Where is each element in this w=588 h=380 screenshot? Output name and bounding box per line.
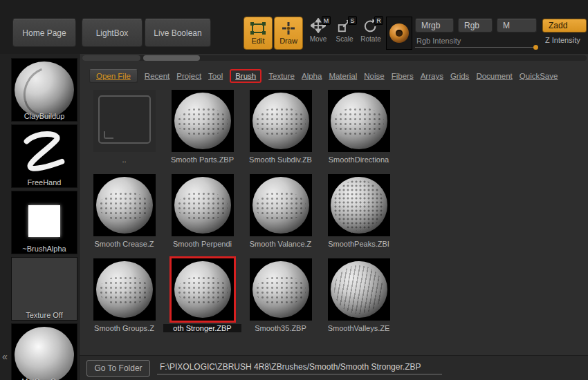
tab-fibers[interactable]: Fibers [392,72,414,80]
sidebar-collapse-icon[interactable]: « [0,343,10,370]
lightbox-button[interactable]: LightBox [82,19,143,47]
lightbox-footer: Go To Folder F:\PIXOLOGIC\ZBRUSH 4R8\ZBr… [80,355,588,380]
z-intensity-label: Z Intensity [545,36,580,44]
folder-icon [98,95,151,144]
grid-item-smooth-parts[interactable]: Smooth Parts.ZBP [163,90,241,174]
sidebar-item-label: ClayBuildup [12,112,77,120]
material-sphere-icon [389,23,409,43]
slider-handle-icon[interactable] [533,45,538,50]
grid-item-label: .. [85,155,163,164]
edit-label: Edit [252,37,265,45]
grid-item-smooth-crease[interactable]: Smooth Crease.Z [85,174,163,258]
draw-label: Draw [279,37,297,45]
brush-sphere-thumbnail [252,93,309,149]
go-to-folder-button[interactable]: Go To Folder [86,360,150,377]
grid-item-parent-folder[interactable]: .. [85,90,163,174]
grid-item-label: Smooth Subdiv.ZB [241,155,320,164]
scale-mode-button[interactable]: S Scale [332,18,357,50]
rgb-intensity-slider[interactable]: Rgb Intensity [414,34,538,49]
alpha-square-thumbnail [28,205,60,237]
m-button[interactable]: M [497,19,537,32]
grid-item-smooth-valance[interactable]: Smooth Valance.Z [241,174,320,258]
tab-material[interactable]: Material [329,72,357,80]
brush-sphere-thumbnail [96,261,153,318]
grid-item-smooth-peaks[interactable]: SmoothPeaks.ZBI [320,174,398,258]
grid-item-smooth-perpendicular[interactable]: Smooth Perpendi [163,174,241,258]
grid-item-smooth-valleys[interactable]: SmoothValleys.ZE [320,258,398,343]
scale-label: Scale [332,35,357,43]
current-material-thumbnail[interactable] [386,17,412,50]
lightbox-panel: Open File Recent Project Tool Brush Text… [79,54,588,380]
tab-recent[interactable]: Recent [145,72,169,80]
grid-item-smooth-groups[interactable]: Smooth Groups.Z [85,258,163,343]
scrollbar-thumb[interactable] [143,55,200,61]
sidebar-alpha-brushalpha[interactable]: ~BrushAlpha [11,191,77,254]
grid-item-label: oth Stronger.ZBP [163,324,241,332]
grid-item-label: Smooth Groups.Z [85,324,163,332]
tab-project[interactable]: Project [176,72,201,80]
tab-noise[interactable]: Noise [364,72,384,80]
sidebar-item-label: ~BrushAlpha [12,245,77,253]
brush-sphere-thumbnail [174,177,231,234]
grid-item-label: Smooth Valance.Z [241,240,320,248]
brush-sphere-thumbnail [174,261,231,318]
grid-item-label: Smooth Parts.ZBP [163,155,241,164]
grid-item-smooth35[interactable]: Smooth35.ZBP [241,258,320,343]
lightbox-tabs: Open File Recent Project Tool Brush Text… [89,68,588,84]
grid-item-smooth-stronger-selected[interactable]: oth Stronger.ZBP [163,258,241,343]
tab-quicksave[interactable]: QuickSave [520,72,558,80]
brush-sphere-thumbnail [331,177,387,234]
mrgb-button[interactable]: Mrgb [415,19,454,32]
sidebar-texture-off[interactable]: Texture Off [11,257,77,321]
rotate-key-badge: R [374,16,383,25]
grid-item-label: Smooth Crease.Z [85,240,163,248]
sidebar-item-label: FreeHand [12,178,77,187]
move-key-badge: M [322,16,331,25]
grid-item-label: Smooth Perpendi [163,240,241,248]
brush-sphere-thumbnail [252,177,309,234]
draw-cursor-icon [280,22,297,35]
tab-alpha[interactable]: Alpha [302,72,322,80]
tab-document[interactable]: Document [476,72,512,80]
rotate-label: Rotate [358,35,383,43]
move-mode-button[interactable]: M Move [306,18,331,50]
folder-path-text: F:\PIXOLOGIC\ZBRUSH 4R8\ZBrushes/Smooth/… [160,362,421,372]
zadd-button[interactable]: Zadd [542,19,587,32]
draw-mode-button[interactable]: Draw [274,17,303,50]
claybuildup-sphere-thumbnail [15,61,74,118]
slider-track [415,47,535,48]
tab-arrays[interactable]: Arrays [421,72,443,80]
brush-grid: .. Smooth Parts.ZBP Smooth Subdiv.ZB Smo… [85,90,403,343]
sidebar-item-label: Texture Off [12,311,77,319]
horizontal-scrollbar[interactable] [82,55,587,61]
grid-item-label: SmoothValleys.ZE [320,324,398,332]
rgb-intensity-label: Rgb Intensity [414,37,461,45]
sidebar-brush-claybuildup[interactable]: ClayBuildup [11,58,77,122]
edit-mode-button[interactable]: Edit [244,17,273,50]
home-page-button[interactable]: Home Page [12,19,76,47]
matcap-sphere-thumbnail [15,327,74,380]
sidebar-material-matcap-gray[interactable]: MatCap Gray [11,323,77,380]
tab-open-file[interactable]: Open File [89,69,138,83]
tab-brush[interactable]: Brush [230,69,261,83]
top-toolbar: Home Page LightBox Live Boolean Edit Dra… [0,0,588,54]
tab-tool[interactable]: Tool [208,72,223,80]
tab-grids[interactable]: Grids [450,72,469,80]
tab-texture[interactable]: Texture [268,72,295,80]
z-intensity-slider[interactable]: Z Intensity [545,36,580,44]
grid-item-smooth-directional[interactable]: SmoothDirectiona [320,90,398,174]
move-label: Move [306,35,331,43]
brush-sphere-thumbnail [331,261,387,318]
rgb-button[interactable]: Rgb [458,19,493,32]
sidebar-stroke-freehand[interactable]: FreeHand [11,124,77,188]
live-boolean-button[interactable]: Live Boolean [145,19,211,47]
scrollbar-segment[interactable] [82,55,140,61]
scale-key-badge: S [348,16,357,25]
rotate-mode-button[interactable]: R Rotate [358,18,383,50]
edit-gizmo-icon [250,22,266,35]
grid-item-smooth-subdiv[interactable]: Smooth Subdiv.ZB [241,90,320,174]
brush-sphere-thumbnail [174,93,231,149]
grid-item-label: Smooth35.ZBP [241,324,320,332]
folder-path-field[interactable]: F:\PIXOLOGIC\ZBRUSH 4R8\ZBrushes/Smooth/… [157,361,442,374]
brush-sphere-thumbnail [252,261,309,318]
